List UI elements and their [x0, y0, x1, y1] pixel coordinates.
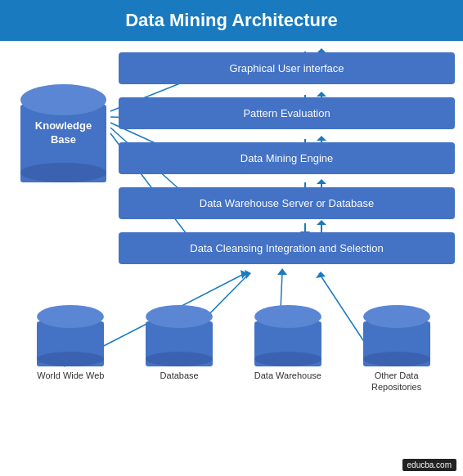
data-sources-row: World Wide Web Database Data Warehouse [8, 264, 455, 393]
knowledge-base-container: Knowledge Base [8, 47, 119, 264]
warehouse-server-box: Data Warehouse Server or Database [119, 187, 455, 219]
pattern-box: Pattern Evaluation [119, 97, 455, 129]
data-warehouse-source: Data Warehouse [245, 305, 330, 381]
gui-box: Graphical User interface [119, 52, 455, 84]
database-source: Database [137, 305, 223, 381]
page-title: Data Mining Architecture [125, 10, 338, 30]
knowledge-base-cylinder: Knowledge Base [20, 84, 106, 182]
www-cylinder [37, 305, 104, 366]
watermark: educba.com [402, 459, 456, 471]
data-warehouse-label: Data Warehouse [254, 370, 321, 381]
knowledge-base-label: Knowledge Base [25, 119, 102, 147]
database-cylinder [146, 305, 213, 366]
cleansing-box: Data Cleansing Integration and Selection [119, 232, 455, 264]
page-container: Data Mining Architecture [0, 0, 463, 476]
other-repos-cylinder [363, 305, 430, 366]
www-label: World Wide Web [37, 370, 104, 381]
data-warehouse-cylinder [254, 305, 321, 366]
page-header: Data Mining Architecture [0, 0, 463, 41]
other-repos-label: Other Data Repositories [353, 370, 439, 393]
engine-box: Data Mining Engine [119, 142, 455, 174]
other-repos-source: Other Data Repositories [353, 305, 439, 393]
www-source: World Wide Web [28, 305, 114, 381]
database-label: Database [160, 370, 199, 381]
arch-boxes: Graphical User interface Pattern Evaluat… [119, 47, 455, 264]
